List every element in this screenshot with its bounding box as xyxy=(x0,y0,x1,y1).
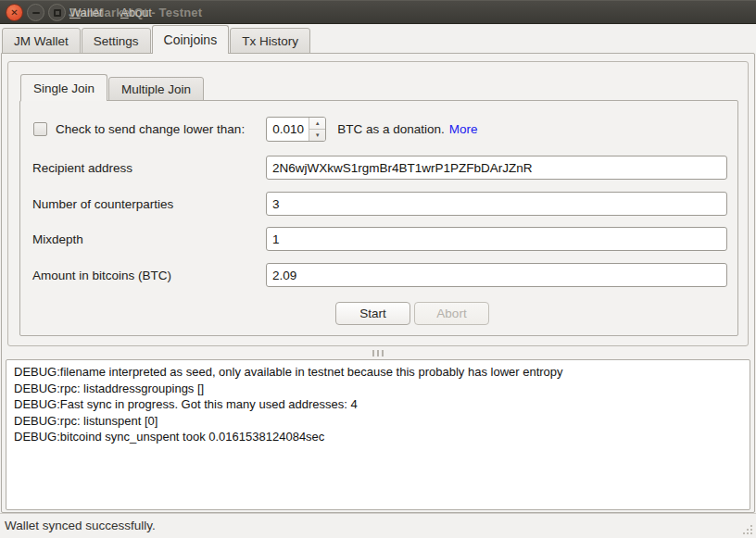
mixdepth-input[interactable] xyxy=(266,227,727,251)
single-join-pane: Check to send change lower than: ▲ ▼ xyxy=(19,100,738,336)
counterparties-label: Number of counterparties xyxy=(32,197,266,211)
start-button-label: Start xyxy=(359,307,386,320)
tab-label: Multiple Join xyxy=(121,82,191,96)
spin-buttons: ▲ ▼ xyxy=(309,118,325,141)
form-row-amount: Amount in bitcoins (BTC) xyxy=(32,263,727,287)
amount-input[interactable] xyxy=(266,263,727,287)
form-row-counterparties: Number of counterparties xyxy=(32,192,727,216)
form-row-mixdepth: Mixdepth xyxy=(32,227,727,251)
splitter-handle[interactable] xyxy=(2,349,754,357)
tab-settings[interactable]: Settings xyxy=(82,28,151,54)
donation-spinbox: ▲ ▼ xyxy=(266,117,326,142)
tab-tx-history[interactable]: Tx History xyxy=(230,28,310,54)
spin-down-icon: ▼ xyxy=(315,132,321,138)
log-line: DEBUG:rpc: listunspent [0] xyxy=(14,413,742,430)
tab-coinjoins[interactable]: Coinjoins xyxy=(152,25,230,54)
donation-more-link[interactable]: More xyxy=(449,122,478,136)
spin-up-icon: ▲ xyxy=(315,120,321,126)
abort-button[interactable]: Abort xyxy=(414,302,489,325)
maximize-button[interactable] xyxy=(48,4,66,21)
coinjoins-pane: Single Join Multiple Join Check to send … xyxy=(1,53,755,513)
minimize-icon xyxy=(32,12,40,14)
donation-row: Check to send change lower than: ▲ ▼ xyxy=(33,116,728,142)
recipient-address-label: Recipient address xyxy=(32,161,266,175)
menu-about[interactable]: About xyxy=(120,6,152,19)
debug-log[interactable]: DEBUG:filename interpreted as seed, only… xyxy=(6,359,750,510)
spin-down-button[interactable]: ▼ xyxy=(309,130,325,141)
log-line: DEBUG:Fast sync in progress. Got this ma… xyxy=(14,396,742,413)
main-tabbar: JM Wallet Settings Coinjoins Tx History xyxy=(1,24,755,54)
abort-button-label: Abort xyxy=(436,307,466,320)
app-window: ✕ JoinMarketQt - Testnet Wallet About JM… xyxy=(0,0,756,538)
menu-wallet[interactable]: Wallet xyxy=(69,6,103,19)
donation-checkbox[interactable] xyxy=(33,122,47,136)
minimize-button[interactable] xyxy=(27,4,44,21)
donation-checkbox-label: Check to send change lower than: xyxy=(56,122,245,136)
tab-label: JM Wallet xyxy=(14,34,69,48)
amount-label: Amount in bitcoins (BTC) xyxy=(32,269,266,282)
join-tabbar: Single Join Multiple Join xyxy=(20,73,205,101)
tab-label: Coinjoins xyxy=(164,32,218,47)
donation-amount-input[interactable] xyxy=(267,118,309,141)
spin-up-button[interactable]: ▲ xyxy=(309,118,325,130)
maximize-icon xyxy=(54,9,61,17)
donation-suffix-label: BTC as a donation. xyxy=(337,122,445,136)
counterparties-input[interactable] xyxy=(266,192,727,216)
start-button[interactable]: Start xyxy=(335,302,410,325)
mixdepth-label: Mixdepth xyxy=(32,232,266,246)
form-row-recipient: Recipient address xyxy=(32,156,727,180)
log-line: DEBUG:bitcoind sync_unspent took 0.01615… xyxy=(14,429,742,445)
tab-multiple-join[interactable]: Multiple Join xyxy=(108,77,204,101)
log-line: DEBUG:rpc: listaddressgroupings [] xyxy=(14,381,742,397)
tab-label: Settings xyxy=(94,34,139,48)
statusbar: Wallet synced successfully. xyxy=(0,513,756,538)
close-button[interactable]: ✕ xyxy=(6,4,23,21)
close-icon: ✕ xyxy=(10,8,18,18)
log-line: DEBUG:filename interpreted as seed, only… xyxy=(14,364,742,381)
coinjoin-groupbox: Single Join Multiple Join Check to send … xyxy=(7,61,749,346)
resize-grip[interactable] xyxy=(741,523,752,534)
titlebar: ✕ JoinMarketQt - Testnet Wallet About xyxy=(0,0,756,24)
recipient-address-input[interactable] xyxy=(266,156,727,180)
tab-label: Tx History xyxy=(242,34,298,48)
tab-label: Single Join xyxy=(33,81,94,95)
status-message: Wallet synced successfully. xyxy=(5,519,156,532)
tab-jm-wallet[interactable]: JM Wallet xyxy=(2,28,81,54)
tab-single-join[interactable]: Single Join xyxy=(20,74,107,101)
